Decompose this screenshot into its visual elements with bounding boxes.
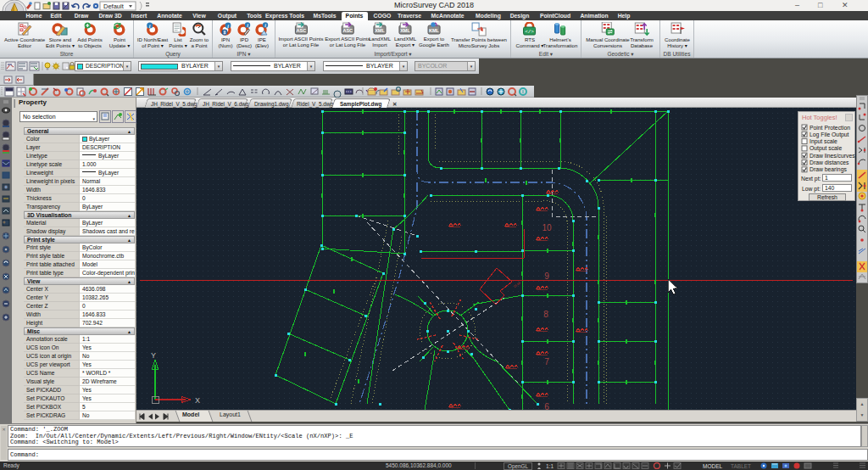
svg-text:7: 7 — [544, 357, 549, 366]
svg-text:6: 6 — [544, 402, 549, 410]
svg-text:Y: Y — [151, 351, 156, 360]
svg-text:X: X — [195, 396, 200, 405]
svg-text:MODEL: MODEL — [703, 463, 723, 469]
svg-text:Default: Default — [103, 3, 125, 10]
svg-text:9: 9 — [544, 271, 549, 281]
svg-text:1:1: 1:1 — [546, 463, 554, 469]
svg-text:TABLET: TABLET — [731, 463, 751, 469]
svg-text:</>: </> — [526, 29, 535, 35]
svg-text:10: 10 — [542, 223, 552, 232]
svg-text:KML: KML — [429, 28, 440, 33]
svg-text:8: 8 — [543, 310, 548, 319]
